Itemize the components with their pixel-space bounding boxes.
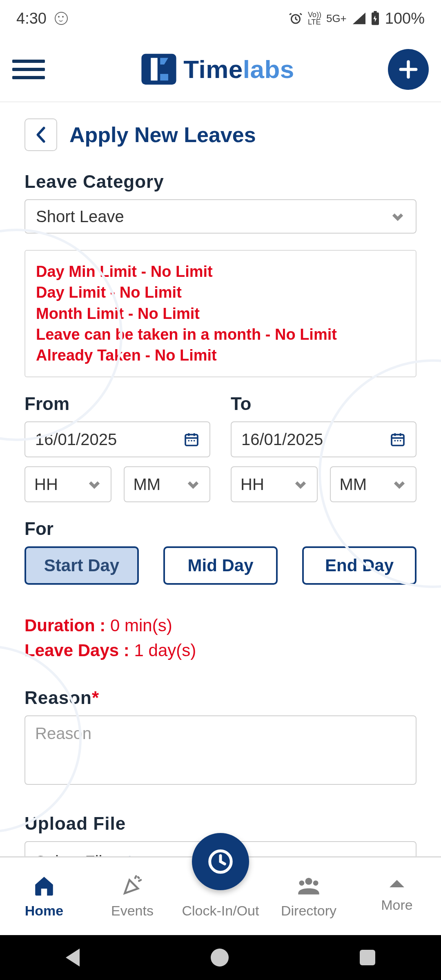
to-date-value: 16/01/2025 (241, 430, 323, 449)
chevron-left-icon (33, 126, 48, 144)
nav-more[interactable]: More (356, 880, 438, 913)
add-button[interactable] (388, 49, 429, 90)
svg-point-11 (400, 440, 401, 442)
app-header: Timelabs (0, 37, 441, 102)
nav-more-label: More (381, 897, 412, 913)
status-bar: 4:30 Vo)) LTE 5G+ 100% (0, 0, 441, 37)
nav-events-label: Events (111, 903, 154, 919)
limit-line: Already Taken - No Limit (36, 345, 405, 366)
from-date-input[interactable]: 16/01/2025 (24, 421, 210, 457)
nav-clock-label: Clock-In/Out (182, 903, 259, 919)
back-button[interactable] (24, 118, 57, 151)
chevron-down-icon (186, 477, 200, 492)
reason-input[interactable]: Reason (24, 715, 416, 785)
to-minute-select[interactable]: MM (330, 466, 417, 502)
people-icon (296, 874, 321, 897)
home-icon (32, 874, 56, 897)
duration-line: Duration : 0 min(s) (24, 613, 416, 638)
limit-line: Day Limit - No Limit (36, 282, 405, 303)
leave-category-label: Leave Category (24, 172, 416, 192)
reason-label: Reason* (24, 688, 416, 708)
limits-info-box: Day Min Limit - No Limit Day Limit - No … (24, 250, 416, 377)
volte-icon: Vo)) LTE (308, 11, 321, 26)
svg-point-13 (305, 878, 312, 884)
nav-home[interactable]: Home (3, 874, 85, 919)
svg-rect-3 (142, 54, 176, 85)
limit-line: Month Limit - No Limit (36, 303, 405, 324)
battery-percent: 100% (385, 10, 425, 27)
system-recent-button[interactable] (360, 950, 375, 965)
chevron-down-icon (87, 477, 102, 492)
svg-point-6 (191, 440, 192, 442)
system-back-button[interactable] (66, 949, 80, 967)
hour-placeholder: HH (241, 475, 264, 494)
for-option-end-day[interactable]: End Day (302, 546, 416, 585)
svg-point-7 (194, 440, 195, 442)
brand-name: Timelabs (183, 55, 294, 84)
chevron-down-icon (392, 477, 407, 492)
face-icon (55, 12, 68, 25)
nav-directory[interactable]: Directory (268, 874, 350, 919)
signal-icon (352, 12, 365, 24)
calendar-icon (183, 431, 200, 448)
leave-category-value: Short Leave (36, 207, 124, 226)
clock-icon (206, 847, 235, 876)
battery-icon (370, 11, 380, 26)
limit-line: Day Min Limit - No Limit (36, 261, 405, 282)
brand-logo: Timelabs (138, 50, 294, 89)
hour-placeholder: HH (34, 475, 58, 494)
for-option-start-day[interactable]: Start Day (24, 546, 139, 585)
from-minute-select[interactable]: MM (124, 466, 211, 502)
nav-directory-label: Directory (281, 903, 336, 919)
nav-events[interactable]: Events (91, 874, 173, 919)
upload-file-label: Upload File (24, 813, 416, 834)
nav-home-label: Home (25, 903, 63, 919)
system-nav-bar (0, 935, 441, 980)
from-date-value: 16/01/2025 (35, 430, 117, 449)
svg-point-14 (299, 880, 304, 886)
for-label: For (24, 519, 416, 539)
svg-point-15 (313, 880, 318, 886)
chevron-down-icon (390, 209, 405, 224)
to-label: To (231, 394, 416, 414)
status-time: 4:30 (16, 10, 47, 27)
from-label: From (24, 394, 210, 414)
alarm-icon (288, 11, 303, 26)
chevron-down-icon (293, 477, 308, 492)
leave-category-select[interactable]: Short Leave (24, 199, 416, 234)
to-hour-select[interactable]: HH (231, 466, 318, 502)
from-hour-select[interactable]: HH (24, 466, 111, 502)
menu-button[interactable] (12, 57, 45, 82)
svg-point-10 (397, 440, 399, 442)
svg-point-5 (188, 440, 190, 442)
for-option-mid-day[interactable]: Mid Day (163, 546, 278, 585)
bottom-nav: Home Events Clock-In/Out Directory More (0, 858, 441, 935)
leave-days-line: Leave Days : 1 day(s) (24, 638, 416, 663)
party-icon (120, 874, 145, 897)
calendar-icon (390, 431, 406, 448)
to-date-input[interactable]: 16/01/2025 (231, 421, 416, 457)
svg-rect-2 (374, 11, 376, 13)
system-home-button[interactable] (211, 949, 229, 967)
svg-point-9 (394, 440, 396, 442)
page-title: Apply New Leaves (69, 122, 256, 147)
limit-line: Leave can be taken in a month - No Limit (36, 324, 405, 345)
clock-in-out-fab[interactable] (192, 833, 249, 890)
minute-placeholder: MM (134, 475, 161, 494)
caret-up-icon (390, 880, 404, 887)
network-type: 5G+ (326, 12, 347, 25)
minute-placeholder: MM (340, 475, 367, 494)
